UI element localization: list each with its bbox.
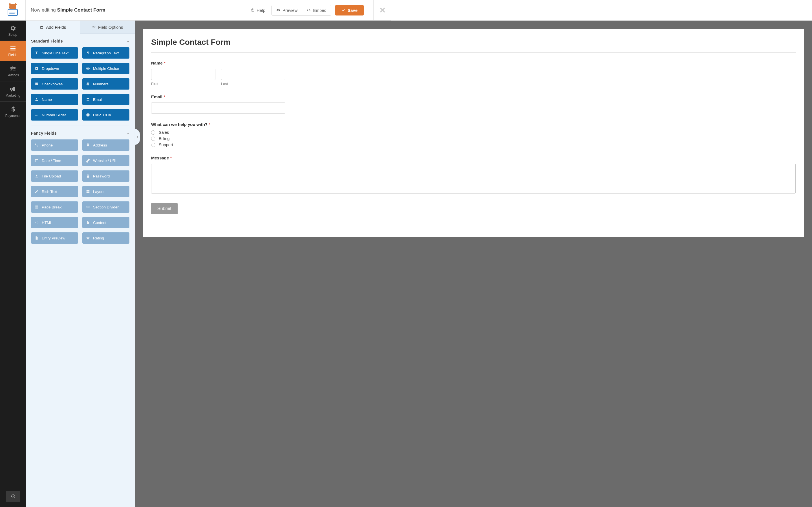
field-numbers[interactable]: Numbers xyxy=(82,78,130,90)
field-checkboxes[interactable]: Checkboxes xyxy=(31,78,78,90)
field-section-divider[interactable]: Section Divider xyxy=(82,202,130,213)
field-button-label: Page Break xyxy=(42,205,62,209)
save-button[interactable]: Save xyxy=(335,5,364,15)
radio-label: Sales xyxy=(159,130,169,135)
field-content[interactable]: Content xyxy=(82,217,130,228)
tab-field-options[interactable]: Field Options xyxy=(80,20,135,34)
field-layout[interactable]: Layout xyxy=(82,186,130,197)
star-icon xyxy=(86,236,90,240)
field-html[interactable]: HTML xyxy=(31,217,78,228)
field-name[interactable]: Name* First Last xyxy=(151,61,391,86)
help-link[interactable]: Help xyxy=(251,8,267,13)
field-rich-text[interactable]: Rich Text xyxy=(31,186,78,197)
field-email[interactable]: Email xyxy=(82,94,130,105)
layout-icon xyxy=(86,189,90,193)
header-bar: Now editing Simple Contact Form Help Pre… xyxy=(0,0,391,20)
field-button-label: Layout xyxy=(93,189,105,194)
radio-label: Billing xyxy=(159,136,170,141)
mail-icon xyxy=(86,98,90,101)
field-help-label: What can we help you with?* xyxy=(151,122,391,127)
radio-option-sales[interactable]: Sales xyxy=(151,130,391,135)
field-page-break[interactable]: Page Break xyxy=(31,202,78,213)
first-name-sublabel: First xyxy=(151,82,215,86)
nav-setup-label: Setup xyxy=(8,33,17,37)
close-button[interactable]: ✕ xyxy=(373,0,391,20)
field-name-label: Name* xyxy=(151,61,391,65)
help-label: Help xyxy=(257,8,265,13)
field-phone[interactable]: Phone xyxy=(31,139,78,151)
field-name[interactable]: Name xyxy=(31,94,78,105)
close-icon: ✕ xyxy=(379,6,386,15)
standard-fields-grid: Single Line TextParagraph TextDropdownMu… xyxy=(26,47,135,123)
field-button-label: Name xyxy=(42,98,52,102)
radio-icon xyxy=(151,136,155,141)
sliders-icon xyxy=(92,25,96,29)
sliders-icon xyxy=(35,113,39,117)
section-standard-header[interactable]: Standard Fields ⌄ xyxy=(26,34,135,47)
editing-title: Now editing Simple Contact Form xyxy=(26,7,105,13)
section-fancy-header[interactable]: Fancy Fields ⌄ xyxy=(26,126,135,139)
radio-label: Support xyxy=(159,143,173,147)
nav-settings[interactable]: Settings xyxy=(0,61,26,81)
field-entry-preview[interactable]: Entry Preview xyxy=(31,232,78,244)
field-button-label: CAPTCHA xyxy=(93,113,111,117)
question-icon xyxy=(86,113,90,117)
embed-label: Embed xyxy=(313,8,326,13)
field-help-with[interactable]: What can we help you with?* SalesBilling… xyxy=(151,122,391,147)
embed-button[interactable]: Embed xyxy=(302,5,331,15)
section-standard-title: Standard Fields xyxy=(31,39,63,43)
check-icon xyxy=(342,8,345,12)
field-date-time[interactable]: Date / Time xyxy=(31,155,78,166)
field-paragraph-text[interactable]: Paragraph Text xyxy=(82,47,130,59)
email-input[interactable] xyxy=(151,103,285,114)
field-button-label: Entry Preview xyxy=(42,236,65,240)
field-button-label: Website / URL xyxy=(93,159,117,163)
radio-option-support[interactable]: Support xyxy=(151,143,391,147)
field-address[interactable]: Address xyxy=(82,139,130,151)
code-icon xyxy=(307,8,311,12)
radio-icon xyxy=(86,66,90,70)
field-message[interactable]: Message* xyxy=(151,156,391,194)
preview-button[interactable]: Preview xyxy=(272,5,302,15)
first-name-input[interactable] xyxy=(151,69,215,80)
nav-marketing[interactable]: Marketing xyxy=(0,81,26,102)
edit-icon xyxy=(35,189,39,193)
tab-add-fields-label: Add Fields xyxy=(46,25,66,30)
message-textarea[interactable] xyxy=(151,164,391,193)
form-name-text: Simple Contact Form xyxy=(57,7,105,13)
radio-option-billing[interactable]: Billing xyxy=(151,136,391,141)
field-number-slider[interactable]: Number Slider xyxy=(31,109,78,121)
last-name-input[interactable] xyxy=(221,69,285,80)
field-email[interactable]: Email* xyxy=(151,94,391,114)
user-icon xyxy=(35,98,39,101)
field-dropdown[interactable]: Dropdown xyxy=(31,63,78,74)
pin-icon xyxy=(86,143,90,147)
radio-icon xyxy=(151,143,155,147)
upload-icon xyxy=(35,174,39,178)
nav-fields[interactable]: Fields xyxy=(0,41,26,61)
field-single-line-text[interactable]: Single Line Text xyxy=(31,47,78,59)
tab-field-options-label: Field Options xyxy=(98,25,123,30)
form-preview[interactable]: Simple Contact Form Name* First Last Ema… xyxy=(143,29,391,237)
list-icon xyxy=(10,45,16,52)
divider-icon xyxy=(86,205,90,209)
last-name-sublabel: Last xyxy=(221,82,285,86)
app-logo[interactable] xyxy=(0,0,26,20)
field-password[interactable]: Password xyxy=(82,170,130,182)
field-button-label: Paragraph Text xyxy=(93,51,119,55)
nav-payments[interactable]: Payments xyxy=(0,102,26,122)
field-button-label: Content xyxy=(93,221,106,225)
link-icon xyxy=(86,159,90,163)
help-icon xyxy=(251,8,255,12)
field-captcha[interactable]: CAPTCHA xyxy=(82,109,130,121)
tab-add-fields[interactable]: Add Fields xyxy=(26,20,80,34)
gear-icon xyxy=(10,25,16,32)
nav-setup[interactable]: Setup xyxy=(0,20,26,41)
field-website-url[interactable]: Website / URL xyxy=(82,155,130,166)
submit-button[interactable]: Submit xyxy=(151,203,177,214)
field-file-upload[interactable]: File Upload xyxy=(31,170,78,182)
text-icon xyxy=(35,51,39,55)
field-rating[interactable]: Rating xyxy=(82,232,130,244)
field-multiple-choice[interactable]: Multiple Choice xyxy=(82,63,130,74)
form-icon xyxy=(40,25,44,29)
